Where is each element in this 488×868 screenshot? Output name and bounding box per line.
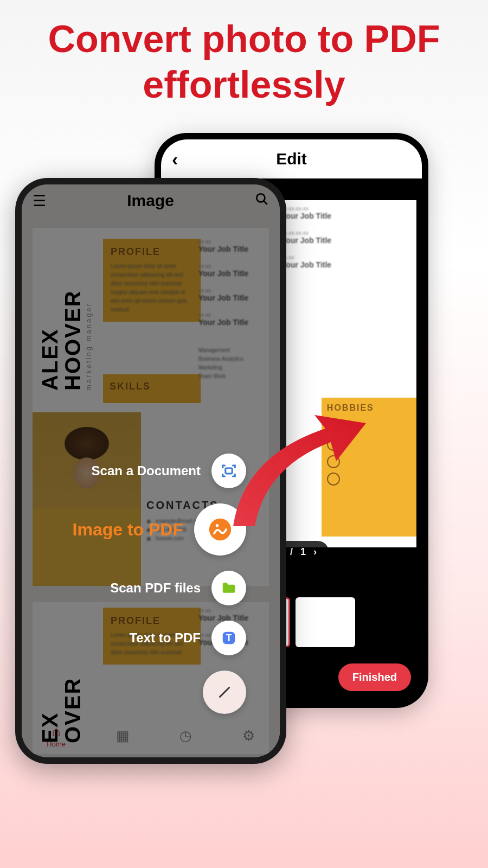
fab-scan-pdf[interactable]: Scan PDF files — [110, 571, 246, 605]
svg-point-4 — [216, 524, 219, 527]
marketing-headline: Convert photo to PDF effortlessly — [0, 0, 488, 107]
fab-close[interactable] — [203, 671, 246, 714]
fab-image-to-pdf[interactable]: Image to PDF — [73, 503, 246, 556]
svg-text:T: T — [226, 633, 232, 643]
svg-line-7 — [220, 688, 229, 697]
folder-icon — [211, 571, 246, 605]
doc-hobbies-heading: HOBBIES — [327, 403, 411, 413]
text-icon: T — [211, 621, 246, 655]
edit-title: Edit — [276, 150, 307, 168]
edit-header: ‹ Edit — [161, 139, 422, 178]
fab-text-to-pdf[interactable]: Text to PDF T — [129, 621, 246, 655]
fab-scan-document[interactable]: Scan a Document — [92, 454, 246, 488]
transition-arrow — [228, 412, 369, 532]
filter-extra[interactable] — [296, 585, 355, 647]
fab-menu: Scan a Document Image to PDF Scan PDF fi… — [73, 454, 246, 714]
close-icon — [203, 671, 246, 714]
pager-total: 1 — [300, 546, 306, 558]
back-icon[interactable]: ‹ — [172, 149, 178, 170]
pager-next-icon[interactable]: › — [313, 546, 317, 558]
finished-button[interactable]: Finished — [338, 663, 411, 691]
